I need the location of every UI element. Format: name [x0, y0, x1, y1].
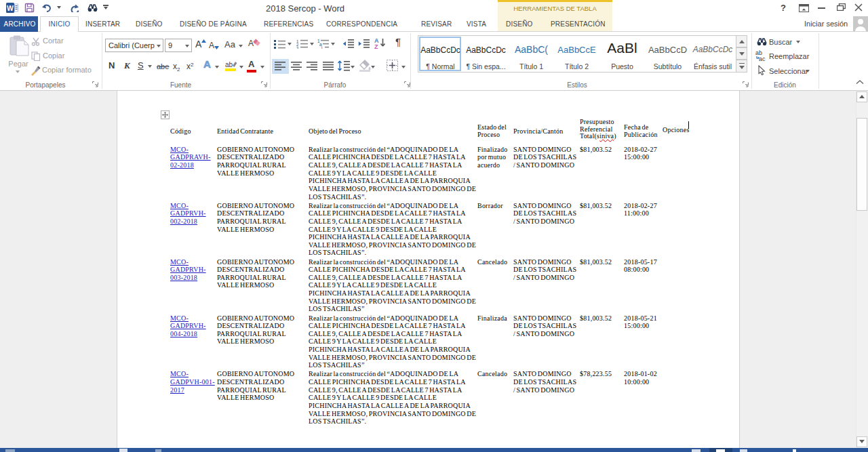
svg-text:3: 3: [296, 46, 299, 49]
svg-text:A: A: [248, 39, 254, 48]
svg-text:i: i: [321, 45, 322, 49]
svg-text:ac: ac: [759, 56, 766, 62]
svg-text:Z: Z: [374, 43, 378, 49]
svg-text:ab: ab: [225, 61, 233, 68]
svg-text:W: W: [7, 4, 14, 12]
